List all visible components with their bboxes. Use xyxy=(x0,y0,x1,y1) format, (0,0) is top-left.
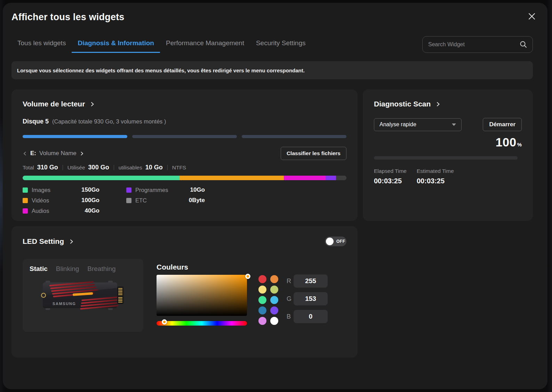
color-swatch[interactable] xyxy=(258,306,266,314)
disk-volume-segment[interactable] xyxy=(242,135,346,138)
led-toggle[interactable]: OFF xyxy=(325,237,346,246)
legend-swatch xyxy=(23,208,28,214)
rgb-value: 255 xyxy=(305,277,316,285)
divider xyxy=(114,165,114,170)
legend-label: Images xyxy=(32,187,50,193)
tab[interactable]: Performance Management xyxy=(160,36,250,53)
search-box[interactable] xyxy=(422,36,533,53)
volume-letter: E: xyxy=(30,150,36,157)
notice-banner: Lorsque vous sélectionnez des widgets of… xyxy=(11,61,533,79)
color-swatch[interactable] xyxy=(258,317,266,325)
rgb-value: 0 xyxy=(309,313,313,320)
disk-capacity-info: (Capacité totale 930 Go, 3 volumes monté… xyxy=(52,118,166,125)
search-input[interactable] xyxy=(428,41,520,48)
rgb-channel-label: B xyxy=(287,313,294,320)
legend-label: Audios xyxy=(32,208,49,214)
start-scan-button[interactable]: Démarrer xyxy=(483,118,522,131)
usage-bar-segment xyxy=(23,176,179,180)
rgb-fields: R 255 G 153 xyxy=(287,274,328,332)
legend-value: 150Go xyxy=(81,186,99,193)
color-swatch[interactable] xyxy=(270,296,278,304)
disk-name: Disque 5 xyxy=(23,118,49,125)
legend-swatch xyxy=(126,198,131,203)
usage-bar-segment xyxy=(326,176,336,180)
legend-value: 0Byte xyxy=(189,197,205,204)
scan-progress-bar xyxy=(374,156,518,160)
elapsed-time-label: Elapsed Time xyxy=(374,168,417,174)
legend-item: Vidéos 100Go xyxy=(23,195,99,206)
usage-bar xyxy=(23,176,346,180)
color-gradient-thumb[interactable] xyxy=(245,274,250,279)
tab[interactable]: Security Settings xyxy=(250,36,312,53)
notice-text: Lorsque vous sélectionnez des widgets of… xyxy=(17,67,305,73)
color-swatch[interactable] xyxy=(258,275,266,283)
scan-progress-value: 100% xyxy=(374,135,522,149)
drive-volume-header[interactable]: Volume de lecteur xyxy=(23,100,346,108)
led-mode-tab[interactable]: Static xyxy=(30,265,48,273)
ssd-brand-label: SAMSUNG xyxy=(53,302,76,306)
scan-type-value: Analyse rapide xyxy=(379,121,416,128)
color-swatches xyxy=(258,275,278,332)
rgb-value-input[interactable]: 255 xyxy=(294,274,328,288)
divider xyxy=(167,165,168,170)
progress-percent: 100 xyxy=(496,135,517,149)
led-mode-tab[interactable]: Breathing xyxy=(87,265,115,273)
legend-swatch xyxy=(23,198,28,203)
legend-item: Audios 40Go xyxy=(23,206,99,216)
close-button[interactable] xyxy=(527,11,537,22)
color-picker: Couleurs xyxy=(157,259,247,332)
led-setting-header: LED Setting OFF xyxy=(23,237,346,246)
tab[interactable]: Diagnosis & Information xyxy=(72,36,160,53)
cards-row: Volume de lecteur Disque 5 (Capacité tot… xyxy=(11,89,533,221)
color-swatch[interactable] xyxy=(270,306,278,314)
color-section: Couleurs xyxy=(157,259,328,332)
tab[interactable]: Tous les widgets xyxy=(11,36,72,53)
total-label: Total xyxy=(23,165,34,171)
total-value: 310 Go xyxy=(37,164,58,171)
classify-files-button[interactable]: Classifier les fichiers xyxy=(281,147,346,160)
hue-slider[interactable] xyxy=(157,321,247,326)
color-swatch[interactable] xyxy=(258,286,266,294)
used-label: Utilisée xyxy=(67,165,85,171)
rgb-value-input[interactable]: 0 xyxy=(294,310,328,323)
led-setting-card: LED Setting OFF Static Blinking xyxy=(11,226,358,358)
chevron-right-icon[interactable] xyxy=(80,151,84,156)
hue-slider-thumb[interactable] xyxy=(162,319,167,325)
color-swatch[interactable] xyxy=(270,317,278,325)
diagnostic-scan-title: Diagnostic Scan xyxy=(374,100,431,108)
legend-item: ETC 0Byte xyxy=(126,195,205,206)
rgb-row: R 255 xyxy=(287,274,328,288)
rgb-value-input[interactable]: 153 xyxy=(294,292,328,305)
scan-controls: Analyse rapide Démarrer xyxy=(374,118,522,131)
search-icon[interactable] xyxy=(520,41,527,48)
legend-value: 40Go xyxy=(85,207,99,214)
led-mode-tabs: Static Blinking Breathing xyxy=(30,265,136,273)
rgb-row: B 0 xyxy=(287,310,328,323)
tab-bar-row: Tous les widgets Diagnosis & Information… xyxy=(11,36,533,53)
legend-swatch xyxy=(126,187,131,193)
diagnostic-scan-header[interactable]: Diagnostic Scan xyxy=(374,100,522,108)
disk-info-line: Disque 5 (Capacité totale 930 Go, 3 volu… xyxy=(23,118,346,125)
chevron-left-icon[interactable] xyxy=(23,151,27,156)
scan-type-select[interactable]: Analyse rapide xyxy=(374,118,462,131)
color-swatch[interactable] xyxy=(258,296,266,304)
led-mode-tab[interactable]: Blinking xyxy=(56,265,79,273)
legend-value: 10Go xyxy=(190,186,205,193)
volume-navigator: E: Volume Name xyxy=(23,150,84,157)
color-swatch[interactable] xyxy=(270,286,278,294)
disk-volume-segment[interactable] xyxy=(23,135,127,138)
color-gradient-box[interactable] xyxy=(157,275,247,316)
page-title: Afficher tous les widgets xyxy=(11,12,533,23)
divider xyxy=(63,165,63,170)
led-setting-title-row[interactable]: LED Setting xyxy=(23,237,74,246)
volume-stats-row: Total 310 Go Utilisée 300 Go utilisables… xyxy=(23,164,346,171)
elapsed-time-value: 00:03:25 xyxy=(374,177,417,185)
led-mode-panel: Static Blinking Breathing xyxy=(23,259,143,332)
usage-bar-segment xyxy=(179,176,284,180)
disk-volume-segment[interactable] xyxy=(132,135,237,138)
free-value: 10 Go xyxy=(145,164,163,171)
usage-bar-segment xyxy=(336,176,346,180)
color-swatch[interactable] xyxy=(270,275,278,283)
toggle-knob xyxy=(326,238,334,245)
scan-times: Elapsed Time Estimated Time 00:03:25 00:… xyxy=(374,168,522,185)
